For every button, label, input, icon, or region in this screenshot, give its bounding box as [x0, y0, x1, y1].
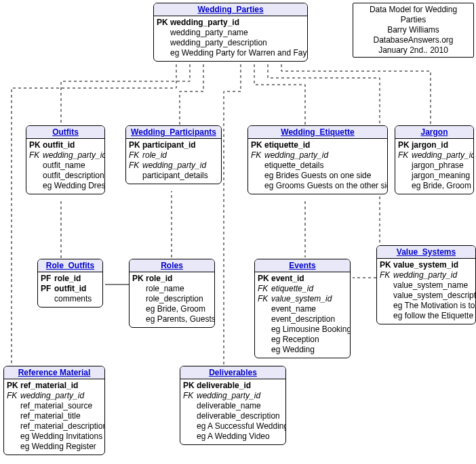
info-line: DatabaseAnswers.org [357, 35, 469, 45]
attribute-name: wedding_party_id [142, 161, 206, 171]
entity-title: Outfits [26, 126, 104, 139]
attribute-row: eg Wedding Invitations [7, 431, 102, 442]
attribute-name: eg Limousine Booking [271, 324, 351, 335]
attribute-row: eg Wedding Party for Warren and Faye [157, 48, 304, 58]
key-indicator: FK [380, 270, 393, 280]
attribute-name: value_system_name [393, 280, 468, 291]
attribute-row: value_system_description [380, 291, 473, 301]
key-indicator: PF [41, 284, 54, 294]
entity-events: EventsPKevent_idFKetiquette_idFKvalue_sy… [254, 259, 351, 358]
attribute-row: FKwedding_party_id [7, 391, 102, 401]
attribute-row: eg Limousine Booking [258, 324, 347, 335]
attribute-name: ref_material_title [20, 411, 81, 421]
entity-jargon: JargonPKjargon_idFKwedding_party_idjargo… [395, 125, 474, 194]
entity-title: Wedding_Participants [126, 126, 221, 139]
attribute-name: eg Grooms Guests on the other side [264, 181, 388, 191]
attribute-name: value_system_id [271, 294, 332, 304]
attribute-name: eg Wedding Register [20, 442, 96, 452]
attribute-name: outfit_id [54, 284, 86, 294]
attribute-row: role_description [132, 294, 212, 304]
key-indicator: PK [251, 140, 264, 150]
entity-value-systems: Value_SystemsPKvalue_system_idFKwedding_… [376, 245, 476, 324]
attribute-row: wedding_party_description [157, 38, 304, 48]
key-indicator: FK [258, 294, 271, 304]
attribute-row: outfit_name [29, 161, 102, 171]
attribute-row: participant_details [129, 171, 218, 181]
attribute-row: FKwedding_party_id [29, 150, 102, 161]
attribute-name: eg Wedding Dress [43, 181, 105, 191]
attribute-name: comments [54, 294, 92, 304]
attribute-row: FKvalue_system_id [258, 294, 347, 304]
attribute-name: eg A Wedding Video [197, 431, 270, 442]
entity-wedding-etiquette: Wedding_EtiquettePKetiquette_idFKwedding… [247, 125, 388, 194]
attribute-row: ref_material_description [7, 421, 102, 431]
key-indicator: FK [7, 391, 20, 401]
attribute-row: PKvalue_system_id [380, 260, 473, 270]
attribute-row: FKwedding_party_id [251, 150, 384, 161]
entity-body: PKoutfit_idFKwedding_party_idoutfit_name… [26, 139, 104, 194]
key-indicator: PK [398, 140, 412, 150]
key-indicator: FK [258, 284, 271, 294]
entity-title: Wedding_Etiquette [248, 126, 387, 139]
attribute-row: PKevent_id [258, 274, 347, 284]
attribute-name: ref_material_source [20, 401, 92, 411]
attribute-row: eg Wedding Register [7, 442, 102, 452]
key-indicator: FK [251, 150, 264, 161]
info-box: Data Model for Wedding Parties Barry Wil… [353, 3, 474, 58]
entity-deliverables: DeliverablesPKdeliverable_idFKwedding_pa… [180, 366, 286, 445]
attribute-name: event_name [271, 304, 316, 314]
attribute-row: FKwedding_party_id [380, 270, 473, 280]
attribute-name: eg Reception [271, 335, 319, 345]
attribute-name: value_system_description [393, 291, 476, 301]
attribute-row: eg Wedding [258, 345, 347, 355]
entity-title: Events [255, 259, 350, 272]
attribute-row: eg follow the Etiquette [380, 311, 473, 321]
attribute-name: jargon_meaning [412, 171, 470, 181]
entity-title: Roles [130, 259, 214, 272]
attribute-name: role_description [146, 294, 203, 304]
entity-title: Value_Systems [377, 246, 475, 259]
attribute-row: PKdeliverable_id [183, 381, 283, 391]
entity-outfits: OutfitsPKoutfit_idFKwedding_party_idoutf… [26, 125, 105, 194]
attribute-name: etiquette_details [264, 161, 323, 171]
attribute-name: wedding_party_id [412, 150, 474, 161]
key-indicator: PK [129, 140, 142, 150]
entity-body: PFrole_idPFoutfit_idcomments [38, 272, 102, 307]
attribute-row: eg Bride, Groom [132, 304, 212, 314]
attribute-name: eg Wedding Party for Warren and Faye [170, 48, 308, 58]
attribute-row: PFoutfit_id [41, 284, 100, 294]
attribute-row: event_name [258, 304, 347, 314]
attribute-name: eg Bride, Groom [146, 304, 205, 314]
key-indicator: PK [29, 140, 43, 150]
attribute-row: PKjargon_id [398, 140, 471, 150]
attribute-row: deliverable_name [183, 401, 283, 411]
info-line: Data Model for Wedding Parties [357, 5, 469, 25]
attribute-name: etiquette_id [264, 140, 310, 150]
attribute-row: value_system_name [380, 280, 473, 291]
entity-body: PKparticipant_idFKrole_idFKwedding_party… [126, 139, 221, 184]
entity-wedding-participants: Wedding_ParticipantsPKparticipant_idFKro… [125, 125, 222, 184]
entity-body: PKdeliverable_idFKwedding_party_iddelive… [180, 379, 285, 444]
attribute-name: wedding_party_id [393, 270, 457, 280]
attribute-name: eg The Motivation is to [393, 301, 475, 311]
entity-body: PKevent_idFKetiquette_idFKvalue_system_i… [255, 272, 350, 358]
attribute-row: jargon_phrase [398, 161, 471, 171]
entity-roles: RolesPKrole_idrole_namerole_descriptione… [129, 259, 215, 328]
key-indicator: PK [7, 381, 20, 391]
attribute-name: eg follow the Etiquette [393, 311, 473, 321]
attribute-name: etiquette_id [271, 284, 313, 294]
entity-role-outfits: Role_OutfitsPFrole_idPFoutfit_idcomments [37, 259, 103, 308]
attribute-row: etiquette_details [251, 161, 384, 171]
attribute-name: eg Wedding Invitations [20, 431, 102, 442]
attribute-row: eg Grooms Guests on the other side [251, 181, 384, 191]
attribute-name: deliverable_name [197, 401, 261, 411]
entity-body: PKetiquette_idFKwedding_party_idetiquett… [248, 139, 387, 194]
attribute-name: role_name [146, 284, 184, 294]
attribute-row: PKoutfit_id [29, 140, 102, 150]
attribute-name: jargon_id [412, 140, 448, 150]
attribute-row: eg A Successful Wedding [183, 421, 283, 431]
entity-body: PKjargon_idFKwedding_party_idjargon_phra… [395, 139, 473, 194]
attribute-row: PKwedding_party_id [157, 18, 304, 28]
entity-body: PKwedding_party_idwedding_party_namewedd… [154, 16, 307, 61]
entity-title: Deliverables [180, 366, 285, 379]
